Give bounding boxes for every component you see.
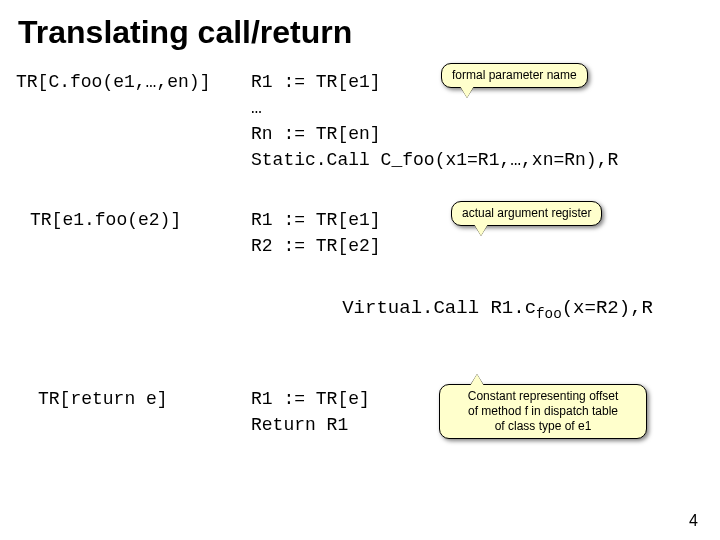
- callout-formal-param-text: formal parameter name: [452, 68, 577, 82]
- rule-static-call: TR[C.foo(e1,…,en)] R1 := TR[e1] … Rn := …: [16, 69, 704, 173]
- callout-dispatch-offset: Constant representing offset of method f…: [439, 384, 647, 439]
- page-number: 4: [689, 512, 698, 530]
- rule1-lhs: TR[C.foo(e1,…,en)]: [16, 69, 251, 95]
- callout-actual-arg: actual argument register: [451, 201, 602, 226]
- rule-return: TR[return e] R1 := TR[e] Return R1 Const…: [16, 386, 704, 438]
- rule2-line3: Virtual.Call R1.cfoo(x=R2),R: [251, 268, 704, 353]
- rule2-line3-sub: foo: [536, 306, 562, 322]
- rule3-rhs: R1 := TR[e] Return R1 Constant represent…: [251, 386, 704, 438]
- rule2-line3-post: (x=R2),R: [562, 297, 653, 319]
- rule1-line2: …: [251, 95, 704, 121]
- slide-body: TR[C.foo(e1,…,en)] R1 := TR[e1] … Rn := …: [0, 61, 720, 480]
- slide-title: Translating call/return: [0, 0, 720, 61]
- rule2-line2: R2 := TR[e2]: [251, 233, 704, 259]
- rule-virtual-call: TR[e1.foo(e2)] R1 := TR[e1] R2 := TR[e2]…: [16, 207, 704, 352]
- rule1-line3: Rn := TR[en]: [251, 121, 704, 147]
- rule1-rhs: R1 := TR[e1] … Rn := TR[en] Static.Call …: [251, 69, 704, 173]
- callout-actual-arg-text: actual argument register: [462, 206, 591, 220]
- callout-formal-param: formal parameter name: [441, 63, 588, 88]
- rule2-rhs: R1 := TR[e1] R2 := TR[e2] Virtual.Call R…: [251, 207, 704, 352]
- rule2-line3-pre: Virtual.Call R1.c: [342, 297, 536, 319]
- callout-dispatch-l2: of method f in dispatch table: [450, 404, 636, 419]
- rule3-lhs: TR[return e]: [16, 386, 251, 412]
- callout-dispatch-l1: Constant representing offset: [450, 389, 636, 404]
- rule2-lhs: TR[e1.foo(e2)]: [16, 207, 251, 233]
- rule1-line4: Static.Call C_foo(x1=R1,…,xn=Rn),R: [251, 147, 704, 173]
- callout-dispatch-l3: of class type of e1: [450, 419, 636, 434]
